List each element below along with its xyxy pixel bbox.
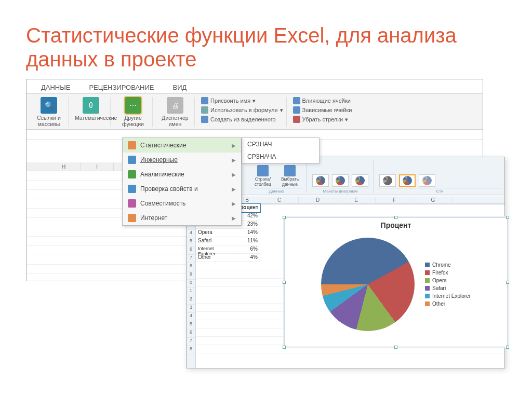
web-icon (128, 214, 136, 222)
rowcol-icon (257, 165, 269, 176)
lookup-label: Ссылки и массивы (33, 115, 65, 127)
chart-legend: Chrome Firefox Opera Safari Internet Exp… (425, 260, 471, 309)
statistical-submenu: СРЗНАЧ СРЗНАЧА (242, 138, 320, 163)
fn-average[interactable]: СРЗНАЧ (242, 138, 319, 150)
select-data-button[interactable]: Выбрать данные (276, 164, 303, 188)
ribbon: 🔍 Ссылки и массивы θ Математические ⋯ Др… (26, 93, 483, 130)
pie-graphic (321, 238, 415, 331)
math-icon[interactable]: θ (83, 97, 99, 114)
legend-swatch (425, 263, 430, 267)
slide-title: Статистические функции Excel, для анализ… (0, 0, 532, 76)
trace-prec-icon (293, 97, 300, 104)
name-manager-label: Диспетчер имен (159, 115, 191, 127)
tab-view[interactable]: ВИД (163, 81, 196, 93)
name-manager-icon[interactable]: 🖨 (167, 97, 183, 114)
chevron-right-icon: ▶ (232, 143, 236, 148)
math-label: Математические (75, 115, 107, 121)
tag-icon (201, 97, 208, 104)
tab-data[interactable]: ДАННЫЕ (32, 81, 79, 93)
fn-averagea[interactable]: СРЗНАЧА (242, 150, 319, 163)
chart-layout-gallery[interactable] (310, 173, 370, 188)
more-functions-dropdown: Статистические▶ Инженерные▶ Аналитически… (122, 138, 242, 226)
col-e[interactable]: E (337, 197, 376, 203)
group-data-label: Данные (249, 188, 303, 194)
create-from-selection-button[interactable]: Создать из выделенного (201, 116, 283, 123)
define-name-button[interactable]: Присвоить имя ▾ (201, 97, 283, 104)
col-h[interactable]: H (47, 162, 81, 171)
eng-icon (128, 156, 136, 164)
group-layouts-label: Макеты диаграмм (310, 188, 370, 194)
remove-arrows-icon (293, 116, 300, 123)
chart-title[interactable]: Процент (285, 221, 507, 229)
remove-arrows-button[interactable]: Убрать стрелки ▾ (293, 116, 352, 123)
column-headers: A B C D E F G (196, 197, 504, 204)
workspace: ДАННЫЕ РЕЦЕНЗИРОВАНИЕ ВИД 🔍 Ссылки и мас… (26, 79, 506, 369)
dropdown-analytical[interactable]: Аналитические▶ (123, 167, 241, 182)
pie-chart[interactable]: Процент Chrome Firefox Opera Safari Inte… (284, 217, 508, 347)
table-header-row: Браузер Процент (196, 204, 504, 212)
compat-icon (128, 199, 136, 208)
more-functions-label: Другие функции (117, 115, 149, 127)
dropdown-info[interactable]: Проверка свойств и▶ (123, 182, 241, 196)
trace-dependents-button[interactable]: Зависимые ячейки (293, 106, 352, 114)
select-data-icon (284, 165, 296, 176)
dropdown-engineering[interactable]: Инженерные▶ (123, 153, 241, 167)
chart-style-gallery[interactable] (377, 173, 502, 188)
more-functions-icon[interactable]: ⋯ (125, 97, 141, 114)
trace-dep-icon (293, 106, 300, 114)
col-f[interactable]: F (376, 197, 414, 203)
cube-icon (128, 170, 136, 179)
lookup-icon[interactable]: 🔍 (41, 97, 57, 114)
dropdown-statistical[interactable]: Статистические▶ (123, 138, 241, 153)
info-icon (128, 185, 136, 193)
ribbon-tabs: ДАННЫЕ РЕЦЕНЗИРОВАНИЕ ВИД (26, 79, 483, 93)
col-i[interactable]: I (81, 162, 114, 171)
tab-review[interactable]: РЕЦЕНЗИРОВАНИЕ (79, 81, 163, 93)
layout-thumb-icon (316, 176, 325, 185)
dropdown-web[interactable]: Интернет▶ (123, 211, 241, 225)
col-d[interactable]: D (299, 197, 337, 203)
trace-precedents-button[interactable]: Влияющие ячейки (293, 97, 352, 104)
formula-icon (201, 106, 208, 114)
col-g[interactable]: G (414, 197, 453, 203)
dropdown-compat[interactable]: Совместимость▶ (123, 196, 241, 211)
stat-icon (128, 141, 136, 149)
use-in-formula-button[interactable]: Использовать в формуле ▾ (201, 106, 283, 114)
col-c[interactable]: C (260, 197, 299, 203)
group-styles-label: Сти (377, 188, 502, 194)
selection-icon (201, 116, 208, 123)
switch-rowcol-button[interactable]: Строка/столбец (249, 164, 276, 188)
worksheet-grid[interactable]: A B C D E F G Браузер Процент Chrome42% … (196, 197, 504, 368)
